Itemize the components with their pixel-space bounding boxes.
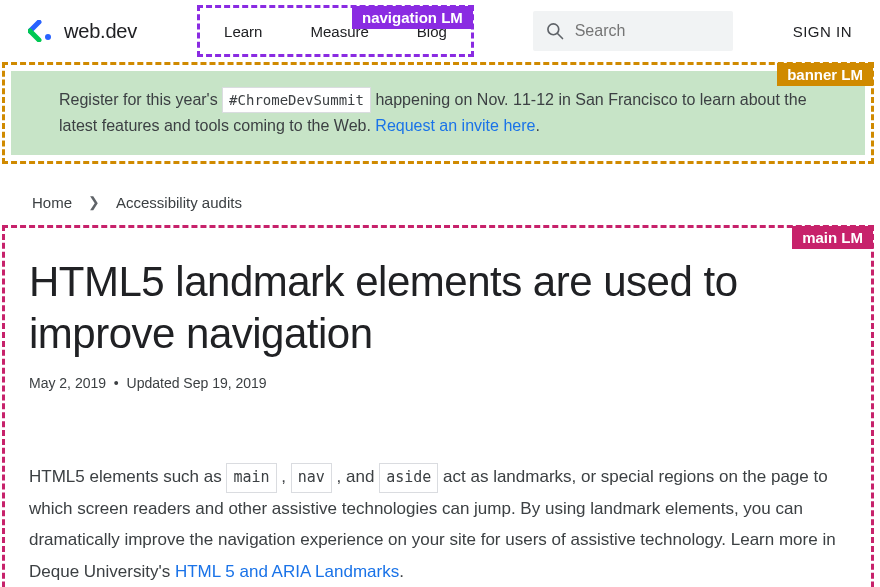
- date-separator: •: [114, 375, 119, 391]
- svg-point-0: [45, 34, 51, 40]
- sign-in-button[interactable]: SIGN IN: [793, 23, 852, 40]
- code-main: main: [226, 463, 276, 493]
- banner-link[interactable]: Request an invite here: [375, 117, 535, 134]
- publish-date: May 2, 2019: [29, 375, 106, 391]
- article-text: ,: [281, 467, 290, 486]
- landmark-tag-nav: navigation LM: [352, 6, 473, 29]
- code-nav: nav: [291, 463, 332, 493]
- landmark-tag-banner: banner LM: [777, 63, 873, 86]
- logo-icon: [28, 20, 54, 42]
- svg-line-2: [557, 34, 562, 39]
- landmark-tag-main: main LM: [792, 226, 873, 249]
- article-paragraph: HTML5 elements such as main , nav , and …: [29, 461, 847, 587]
- article-text: .: [399, 562, 404, 581]
- top-bar: web.dev navigation LM Learn Measure Blog…: [0, 0, 880, 62]
- nav-item-learn[interactable]: Learn: [224, 23, 262, 40]
- updated-date: Updated Sep 19, 2019: [127, 375, 267, 391]
- breadcrumb: Home ❯ Accessibility audits: [0, 164, 880, 225]
- site-logo[interactable]: web.dev: [28, 20, 137, 43]
- article-dateline: May 2, 2019 • Updated Sep 19, 2019: [29, 375, 847, 391]
- chevron-right-icon: ❯: [88, 194, 100, 210]
- breadcrumb-home[interactable]: Home: [32, 194, 72, 211]
- search-box[interactable]: [533, 11, 733, 51]
- code-aside: aside: [379, 463, 438, 493]
- article-text: , and: [337, 467, 380, 486]
- logo-text: web.dev: [64, 20, 137, 43]
- banner-hashtag[interactable]: #ChromeDevSummit: [222, 87, 371, 113]
- primary-nav: navigation LM Learn Measure Blog: [197, 5, 474, 57]
- promo-banner-region: banner LM Register for this year's #Chro…: [2, 62, 874, 164]
- search-icon: [545, 21, 565, 41]
- search-input[interactable]: [575, 22, 721, 40]
- breadcrumb-current[interactable]: Accessibility audits: [116, 194, 242, 211]
- page-title: HTML5 landmark elements are used to impr…: [29, 256, 847, 361]
- banner-text: Register for this year's: [59, 91, 222, 108]
- article-link[interactable]: HTML 5 and ARIA Landmarks: [175, 562, 399, 581]
- article-text: HTML5 elements such as: [29, 467, 226, 486]
- main-content-region: main LM HTML5 landmark elements are used…: [2, 225, 874, 587]
- banner-text: .: [535, 117, 539, 134]
- promo-banner: Register for this year's #ChromeDevSummi…: [11, 71, 865, 155]
